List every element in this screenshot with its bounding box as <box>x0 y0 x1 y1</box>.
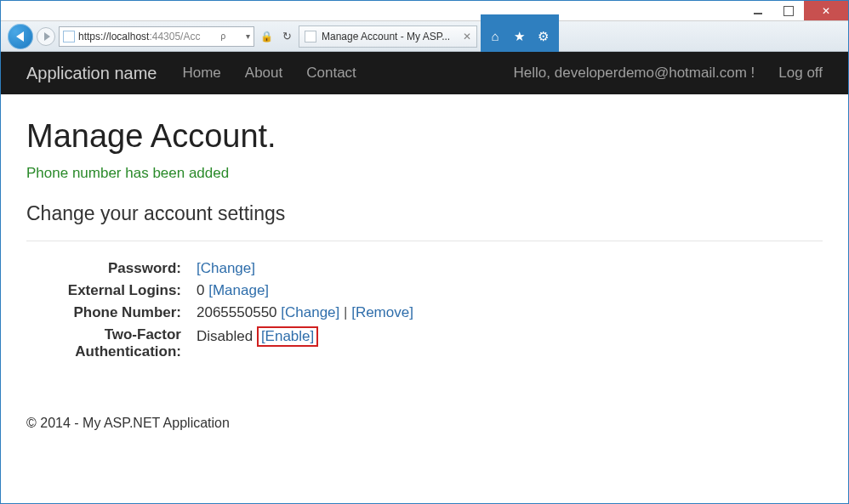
twofactor-label: Two-Factor Authentication: <box>26 326 197 360</box>
phone-remove-link[interactable]: [Remove] <box>351 304 413 320</box>
browser-window: https://localhost:44305/Acc ρ ▾ 🔒 ↻ Mana… <box>0 0 849 504</box>
favorites-icon[interactable]: ★ <box>511 29 527 44</box>
password-change-link[interactable]: [Change] <box>197 260 255 276</box>
twofactor-label-line1: Two-Factor <box>105 326 181 343</box>
external-logins-count: 0 <box>197 282 208 298</box>
page-title: Manage Account. <box>26 118 823 155</box>
site-navbar: Application name Home About Contact Hell… <box>1 52 848 94</box>
window-titlebar <box>1 1 848 21</box>
page-footer: © 2014 - My ASP.NET Application <box>1 392 848 443</box>
external-logins-value: 0 [Manage] <box>197 282 823 299</box>
external-logins-manage-link[interactable]: [Manage] <box>208 282 269 298</box>
external-logins-label: External Logins: <box>26 282 197 299</box>
tab-page-icon <box>305 31 316 42</box>
twofactor-enable-link[interactable]: [Enable] <box>261 328 314 344</box>
toolbar-right-icons: ⌂ ★ ⚙ <box>487 29 552 44</box>
twofactor-value-row: Disabled [Enable] <box>197 326 823 360</box>
phone-separator: | <box>339 304 351 320</box>
back-button[interactable] <box>8 24 33 49</box>
page-viewport: Application name Home About Contact Hell… <box>1 52 848 503</box>
browser-tab[interactable]: Manage Account - My ASP... ✕ <box>299 25 477 48</box>
lock-icon[interactable]: 🔒 <box>258 28 275 45</box>
nav-contact[interactable]: Contact <box>306 65 356 82</box>
twofactor-status: Disabled <box>197 328 257 344</box>
page-container: Manage Account. Phone number has been ad… <box>1 94 848 392</box>
twofactor-label-line2: Authentication: <box>75 343 181 360</box>
settings-icon[interactable]: ⚙ <box>535 29 550 44</box>
phone-change-link[interactable]: [Change] <box>281 304 339 320</box>
password-label: Password: <box>26 260 197 277</box>
home-icon[interactable]: ⌂ <box>487 29 503 44</box>
refresh-icon[interactable]: ↻ <box>278 28 295 45</box>
twofactor-enable-highlight: [Enable] <box>257 326 318 347</box>
page-icon <box>63 31 75 42</box>
footer-text: © 2014 - My ASP.NET Application <box>26 416 230 430</box>
nav-home[interactable]: Home <box>182 65 220 82</box>
page-subheading: Change your account settings <box>26 202 823 225</box>
address-dropdown-icon[interactable]: ▾ <box>246 31 250 41</box>
nav-about[interactable]: About <box>245 65 282 82</box>
phone-number: 2065550550 <box>197 304 281 320</box>
tab-title: Manage Account - My ASP... <box>322 31 450 42</box>
phone-label: Phone Number: <box>26 304 197 321</box>
window-maximize-button[interactable] <box>773 1 804 20</box>
search-icon[interactable]: ρ <box>220 31 225 41</box>
url-scheme: https:// <box>78 31 109 42</box>
browser-toolbar: https://localhost:44305/Acc ρ ▾ 🔒 ↻ Mana… <box>1 21 848 52</box>
address-bar[interactable]: https://localhost:44305/Acc ρ ▾ <box>59 26 254 47</box>
forward-button[interactable] <box>37 27 55 46</box>
url-host: localhost <box>109 31 149 42</box>
password-value: [Change] <box>197 260 823 277</box>
tab-close-icon[interactable]: ✕ <box>463 31 471 42</box>
url-path: :44305/Acc <box>149 31 200 42</box>
flash-message: Phone number has been added <box>26 165 823 182</box>
phone-value-row: 2065550550 [Change] | [Remove] <box>197 304 823 321</box>
brand[interactable]: Application name <box>26 64 157 83</box>
window-minimize-button[interactable] <box>743 1 773 20</box>
window-close-button[interactable] <box>804 1 848 20</box>
account-settings-list: Password: [Change] External Logins: 0 [M… <box>26 260 823 360</box>
divider <box>26 241 823 241</box>
url-text: https://localhost:44305/Acc <box>78 31 200 42</box>
nav-logoff[interactable]: Log off <box>778 65 823 82</box>
nav-greeting[interactable]: Hello, developerdemo@hotmail.com ! <box>514 65 755 82</box>
